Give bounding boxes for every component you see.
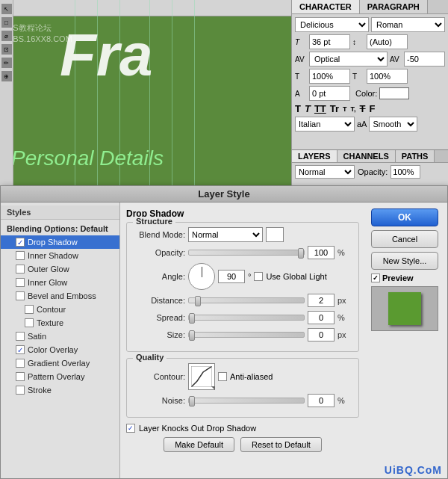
opacity-thumb[interactable] (298, 248, 304, 259)
anti-alias-checkbox[interactable] (218, 372, 227, 381)
opacity-unit: % (337, 248, 352, 257)
underline-btn[interactable]: F (370, 103, 376, 114)
pattern-overlay-checkbox[interactable] (16, 372, 25, 381)
font-style-select[interactable]: Roman (371, 17, 445, 32)
drop-shadow-checkbox[interactable] (16, 238, 25, 247)
bevel-emboss-item[interactable]: Bevel and Emboss (1, 289, 119, 303)
size-slider[interactable] (188, 332, 305, 338)
tracking-input[interactable] (404, 52, 445, 67)
contour-item[interactable]: Contour (1, 303, 119, 316)
contour-preview[interactable] (188, 363, 215, 390)
anti-alias-select[interactable]: Smooth (369, 117, 417, 132)
small-caps-btn[interactable]: Tr (330, 103, 339, 114)
tab-paths[interactable]: PATHS (396, 150, 435, 162)
opacity-input[interactable] (391, 165, 420, 179)
layers-blend-row: Normal Opacity: (292, 163, 448, 181)
bevel-emboss-checkbox[interactable] (16, 291, 25, 300)
noise-thumb[interactable] (189, 396, 195, 407)
baseline-input[interactable] (309, 86, 350, 101)
gradient-overlay-checkbox[interactable] (16, 359, 25, 368)
dial-line (202, 267, 202, 277)
new-style-button[interactable]: New Style... (371, 252, 438, 270)
h-scale-input[interactable] (309, 69, 350, 84)
outer-glow-item[interactable]: Outer Glow (1, 262, 119, 276)
angle-dial[interactable] (188, 263, 215, 290)
tool-clone[interactable]: ⊕ (1, 71, 12, 81)
tab-channels[interactable]: CHANNELS (337, 150, 396, 162)
cancel-button[interactable]: Cancel (371, 230, 438, 248)
spread-value-input[interactable] (308, 311, 335, 324)
size-thumb[interactable] (189, 330, 195, 341)
tool-crop[interactable]: ⊡ (1, 44, 12, 55)
subscript-btn[interactable]: T, (351, 105, 356, 113)
superscript-btn[interactable]: T (343, 105, 347, 113)
leading-input[interactable] (367, 34, 408, 49)
texture-checkbox[interactable] (25, 318, 34, 327)
tool-move[interactable]: ↖ (1, 4, 12, 14)
stroke-item[interactable]: Stroke (1, 383, 119, 397)
spread-slider[interactable] (188, 315, 305, 321)
inner-glow-item[interactable]: Inner Glow (1, 276, 119, 289)
v-scale-input[interactable] (367, 69, 408, 84)
bevel-emboss-label: Bevel and Emboss (28, 291, 96, 300)
gradient-overlay-item[interactable]: Gradient Overlay (1, 356, 119, 370)
styles-header: Styles (1, 205, 119, 220)
tool-brush[interactable]: ✏ (1, 58, 12, 68)
opacity-setting-label: Opacity: (133, 248, 185, 257)
tab-layers[interactable]: LAYERS (292, 150, 337, 162)
kerning-select[interactable]: Optical (309, 52, 388, 67)
opacity-slider[interactable] (188, 250, 305, 256)
distance-thumb[interactable] (195, 296, 201, 306)
all-caps-btn[interactable]: TT (314, 103, 326, 114)
contour-checkbox[interactable] (25, 305, 34, 314)
language-select[interactable]: Italian (295, 117, 355, 132)
stroke-checkbox[interactable] (16, 386, 25, 395)
pattern-overlay-item[interactable]: Pattern Overlay (1, 370, 119, 383)
outer-glow-checkbox[interactable] (16, 265, 25, 274)
font-family-select[interactable]: Delicious (295, 17, 369, 32)
reset-to-default-button[interactable]: Reset to Default (240, 437, 322, 452)
tool-lasso[interactable]: ⌀ (1, 31, 12, 41)
satin-label: Satin (28, 332, 46, 341)
blending-options-item[interactable]: Blending Options: Default (1, 222, 119, 235)
satin-item[interactable]: Satin (1, 330, 119, 343)
opacity-value-input[interactable] (308, 246, 335, 259)
strikethrough-btn[interactable]: T (360, 103, 366, 114)
personal-details-text: Personal Details (11, 146, 164, 170)
spread-thumb[interactable] (189, 313, 195, 324)
satin-checkbox[interactable] (16, 332, 25, 341)
knock-out-checkbox[interactable] (126, 424, 135, 433)
outer-glow-label: Outer Glow (28, 265, 69, 274)
tool-select[interactable]: □ (1, 17, 12, 28)
inner-shadow-item[interactable]: Inner Shadow (1, 249, 119, 262)
make-default-button[interactable]: Make Default (164, 437, 234, 452)
shadow-color-swatch[interactable] (266, 227, 284, 242)
texture-item[interactable]: Texture (1, 316, 119, 330)
tab-paragraph[interactable]: PARAGRAPH (360, 0, 428, 13)
italic-btn[interactable]: T (305, 103, 311, 114)
bold-btn[interactable]: T (295, 103, 301, 114)
blend-mode-select[interactable]: Normal (188, 227, 263, 242)
inner-glow-checkbox[interactable] (16, 278, 25, 287)
noise-value-input[interactable] (308, 394, 335, 407)
bottom-buttons-row: Make Default Reset to Default (126, 437, 359, 452)
angle-value-input[interactable] (218, 270, 245, 283)
noise-slider[interactable] (188, 398, 305, 404)
color-overlay-item[interactable]: Color Overlay (1, 343, 119, 356)
distance-unit: px (337, 296, 352, 305)
preview-checkbox[interactable]: ✓ (371, 274, 380, 282)
color-overlay-checkbox[interactable] (16, 345, 25, 354)
text-color-swatch[interactable] (379, 87, 409, 99)
drop-shadow-item[interactable]: Drop Shadow (1, 235, 119, 249)
distance-value-input[interactable] (308, 294, 335, 307)
layers-blend-select[interactable]: Normal (295, 165, 355, 179)
inner-shadow-checkbox[interactable] (16, 251, 25, 260)
global-light-checkbox[interactable] (254, 272, 263, 281)
font-size-input[interactable] (309, 34, 350, 49)
tab-character[interactable]: CHARACTER (292, 0, 360, 13)
size-value-input[interactable] (308, 328, 335, 342)
distance-slider[interactable] (188, 297, 305, 303)
structure-title: Structure (133, 217, 175, 226)
inner-glow-label: Inner Glow (28, 278, 67, 287)
ok-button[interactable]: OK (371, 208, 438, 226)
